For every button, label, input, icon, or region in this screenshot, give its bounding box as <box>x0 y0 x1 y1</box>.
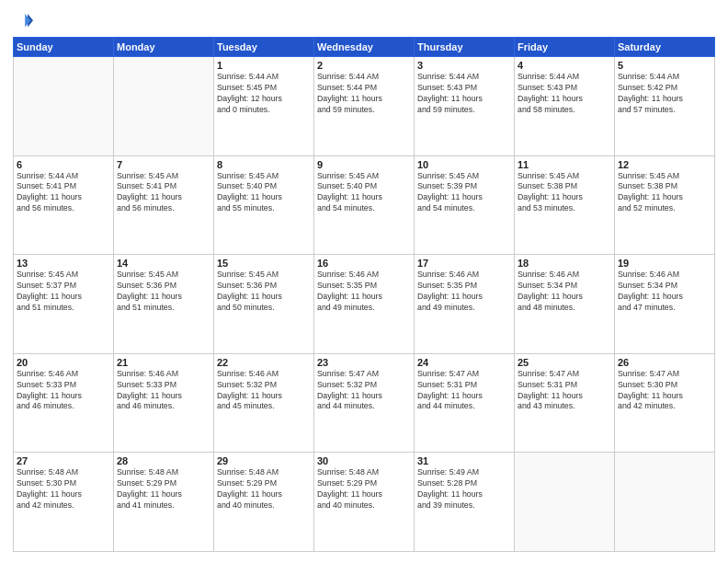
calendar-cell: 3Sunrise: 5:44 AM Sunset: 5:43 PM Daylig… <box>415 57 515 156</box>
header <box>13 11 715 31</box>
day-info: Sunrise: 5:49 AM Sunset: 5:28 PM Dayligh… <box>417 467 511 511</box>
day-info: Sunrise: 5:45 AM Sunset: 5:38 PM Dayligh… <box>518 171 611 215</box>
day-number: 7 <box>117 159 210 170</box>
calendar-cell <box>114 57 214 156</box>
weekday-saturday: Saturday <box>615 38 715 57</box>
calendar-cell: 5Sunrise: 5:44 AM Sunset: 5:42 PM Daylig… <box>615 57 715 156</box>
day-number: 18 <box>518 258 611 269</box>
calendar-week-5: 27Sunrise: 5:48 AM Sunset: 5:30 PM Dayli… <box>14 453 715 552</box>
day-info: Sunrise: 5:46 AM Sunset: 5:34 PM Dayligh… <box>618 270 711 314</box>
day-number: 15 <box>217 258 311 269</box>
day-info: Sunrise: 5:45 AM Sunset: 5:40 PM Dayligh… <box>317 171 411 215</box>
calendar-cell: 22Sunrise: 5:46 AM Sunset: 5:32 PM Dayli… <box>214 353 314 453</box>
day-info: Sunrise: 5:45 AM Sunset: 5:41 PM Dayligh… <box>117 171 210 215</box>
calendar-cell: 18Sunrise: 5:46 AM Sunset: 5:34 PM Dayli… <box>515 255 615 354</box>
calendar-cell: 10Sunrise: 5:45 AM Sunset: 5:39 PM Dayli… <box>415 155 515 255</box>
calendar-cell: 21Sunrise: 5:46 AM Sunset: 5:33 PM Dayli… <box>114 353 214 453</box>
calendar-cell: 13Sunrise: 5:45 AM Sunset: 5:37 PM Dayli… <box>14 255 114 354</box>
day-info: Sunrise: 5:45 AM Sunset: 5:38 PM Dayligh… <box>618 171 711 215</box>
day-number: 9 <box>317 159 411 170</box>
calendar-cell: 1Sunrise: 5:44 AM Sunset: 5:45 PM Daylig… <box>214 57 314 156</box>
calendar-cell: 19Sunrise: 5:46 AM Sunset: 5:34 PM Dayli… <box>615 255 715 354</box>
day-info: Sunrise: 5:45 AM Sunset: 5:36 PM Dayligh… <box>117 270 210 314</box>
day-info: Sunrise: 5:46 AM Sunset: 5:34 PM Dayligh… <box>518 270 611 314</box>
day-info: Sunrise: 5:46 AM Sunset: 5:33 PM Dayligh… <box>17 369 110 413</box>
day-number: 5 <box>618 60 711 71</box>
day-number: 17 <box>417 258 511 269</box>
calendar-cell: 16Sunrise: 5:46 AM Sunset: 5:35 PM Dayli… <box>314 255 415 354</box>
day-info: Sunrise: 5:46 AM Sunset: 5:33 PM Dayligh… <box>117 369 210 413</box>
calendar-cell: 30Sunrise: 5:48 AM Sunset: 5:29 PM Dayli… <box>314 453 415 552</box>
day-info: Sunrise: 5:45 AM Sunset: 5:36 PM Dayligh… <box>217 270 311 314</box>
day-info: Sunrise: 5:44 AM Sunset: 5:44 PM Dayligh… <box>317 72 411 116</box>
calendar-cell: 9Sunrise: 5:45 AM Sunset: 5:40 PM Daylig… <box>314 155 415 255</box>
day-info: Sunrise: 5:45 AM Sunset: 5:39 PM Dayligh… <box>417 171 511 215</box>
day-number: 8 <box>217 159 311 170</box>
day-info: Sunrise: 5:44 AM Sunset: 5:43 PM Dayligh… <box>417 72 511 116</box>
day-number: 27 <box>17 455 110 466</box>
calendar-cell <box>14 57 114 156</box>
calendar-cell: 17Sunrise: 5:46 AM Sunset: 5:35 PM Dayli… <box>415 255 515 354</box>
calendar-cell: 31Sunrise: 5:49 AM Sunset: 5:28 PM Dayli… <box>415 453 515 552</box>
day-number: 28 <box>117 455 210 466</box>
day-number: 19 <box>618 258 711 269</box>
weekday-wednesday: Wednesday <box>314 38 415 57</box>
weekday-sunday: Sunday <box>14 38 114 57</box>
day-number: 21 <box>117 357 210 368</box>
day-number: 6 <box>17 159 110 170</box>
day-number: 11 <box>518 159 611 170</box>
day-info: Sunrise: 5:46 AM Sunset: 5:32 PM Dayligh… <box>217 369 311 413</box>
day-info: Sunrise: 5:44 AM Sunset: 5:45 PM Dayligh… <box>217 72 311 116</box>
day-number: 13 <box>17 258 110 269</box>
day-number: 23 <box>317 357 411 368</box>
day-number: 31 <box>417 455 511 466</box>
day-number: 30 <box>317 455 411 466</box>
calendar-cell <box>515 453 615 552</box>
day-number: 12 <box>618 159 711 170</box>
day-info: Sunrise: 5:48 AM Sunset: 5:29 PM Dayligh… <box>117 467 210 511</box>
calendar-week-1: 1Sunrise: 5:44 AM Sunset: 5:45 PM Daylig… <box>14 57 715 156</box>
day-number: 25 <box>518 357 611 368</box>
day-info: Sunrise: 5:46 AM Sunset: 5:35 PM Dayligh… <box>417 270 511 314</box>
page: SundayMondayTuesdayWednesdayThursdayFrid… <box>0 0 728 563</box>
day-number: 26 <box>618 357 711 368</box>
day-info: Sunrise: 5:44 AM Sunset: 5:42 PM Dayligh… <box>618 72 711 116</box>
calendar-week-4: 20Sunrise: 5:46 AM Sunset: 5:33 PM Dayli… <box>14 353 715 453</box>
calendar-cell: 8Sunrise: 5:45 AM Sunset: 5:40 PM Daylig… <box>214 155 314 255</box>
logo <box>13 11 37 31</box>
day-info: Sunrise: 5:44 AM Sunset: 5:41 PM Dayligh… <box>17 171 110 215</box>
calendar-cell: 28Sunrise: 5:48 AM Sunset: 5:29 PM Dayli… <box>114 453 214 552</box>
day-info: Sunrise: 5:47 AM Sunset: 5:31 PM Dayligh… <box>518 369 611 413</box>
calendar-cell: 29Sunrise: 5:48 AM Sunset: 5:29 PM Dayli… <box>214 453 314 552</box>
day-info: Sunrise: 5:46 AM Sunset: 5:35 PM Dayligh… <box>317 270 411 314</box>
day-info: Sunrise: 5:47 AM Sunset: 5:31 PM Dayligh… <box>417 369 511 413</box>
day-number: 10 <box>417 159 511 170</box>
calendar-cell: 20Sunrise: 5:46 AM Sunset: 5:33 PM Dayli… <box>14 353 114 453</box>
calendar-cell: 7Sunrise: 5:45 AM Sunset: 5:41 PM Daylig… <box>114 155 214 255</box>
day-number: 1 <box>217 60 311 71</box>
day-info: Sunrise: 5:45 AM Sunset: 5:37 PM Dayligh… <box>17 270 110 314</box>
day-info: Sunrise: 5:45 AM Sunset: 5:40 PM Dayligh… <box>217 171 311 215</box>
calendar-cell: 2Sunrise: 5:44 AM Sunset: 5:44 PM Daylig… <box>314 57 415 156</box>
calendar-cell <box>615 453 715 552</box>
day-info: Sunrise: 5:44 AM Sunset: 5:43 PM Dayligh… <box>518 72 611 116</box>
calendar-cell: 27Sunrise: 5:48 AM Sunset: 5:30 PM Dayli… <box>14 453 114 552</box>
calendar-cell: 24Sunrise: 5:47 AM Sunset: 5:31 PM Dayli… <box>415 353 515 453</box>
calendar-week-3: 13Sunrise: 5:45 AM Sunset: 5:37 PM Dayli… <box>14 255 715 354</box>
day-number: 22 <box>217 357 311 368</box>
calendar-cell: 11Sunrise: 5:45 AM Sunset: 5:38 PM Dayli… <box>515 155 615 255</box>
day-number: 4 <box>518 60 611 71</box>
day-info: Sunrise: 5:48 AM Sunset: 5:29 PM Dayligh… <box>217 467 311 511</box>
day-info: Sunrise: 5:48 AM Sunset: 5:29 PM Dayligh… <box>317 467 411 511</box>
calendar-cell: 25Sunrise: 5:47 AM Sunset: 5:31 PM Dayli… <box>515 353 615 453</box>
day-number: 16 <box>317 258 411 269</box>
calendar-cell: 23Sunrise: 5:47 AM Sunset: 5:32 PM Dayli… <box>314 353 415 453</box>
day-info: Sunrise: 5:47 AM Sunset: 5:32 PM Dayligh… <box>317 369 411 413</box>
calendar-week-2: 6Sunrise: 5:44 AM Sunset: 5:41 PM Daylig… <box>14 155 715 255</box>
calendar-cell: 15Sunrise: 5:45 AM Sunset: 5:36 PM Dayli… <box>214 255 314 354</box>
day-number: 3 <box>417 60 511 71</box>
weekday-thursday: Thursday <box>415 38 515 57</box>
day-number: 29 <box>217 455 311 466</box>
calendar-cell: 26Sunrise: 5:47 AM Sunset: 5:30 PM Dayli… <box>615 353 715 453</box>
weekday-tuesday: Tuesday <box>214 38 314 57</box>
